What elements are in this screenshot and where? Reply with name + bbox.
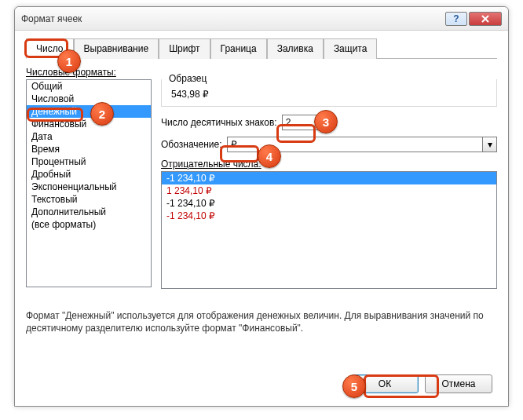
cancel-button[interactable]: Отмена [425, 374, 492, 393]
dialog-window: Формат ячеек ? ЧислоВыравниваниеШрифтГра… [14, 6, 509, 407]
format-item[interactable]: Время [27, 143, 151, 155]
negative-item[interactable]: 1 234,10 ₽ [162, 184, 496, 197]
tab-3[interactable]: Граница [210, 38, 267, 59]
callout-4: 4 [258, 144, 281, 168]
format-item[interactable]: Общий [27, 80, 151, 93]
client-area: ЧислоВыравниваниеШрифтГраницаЗаливкаЗащи… [15, 31, 508, 342]
format-list[interactable]: ОбщийЧисловойДенежныйФинансовыйДатаВремя… [26, 79, 152, 287]
sample-label: Образец [166, 73, 209, 84]
help-button[interactable]: ? [445, 12, 467, 26]
negative-item[interactable]: -1 234,10 ₽ [162, 210, 496, 222]
negatives-label: Отрицательные числа: [161, 159, 497, 170]
format-item[interactable]: Текстовый [27, 193, 151, 206]
callout-1: 1 [57, 49, 81, 73]
decimals-label: Число десятичных знаков: [161, 117, 277, 128]
callout-2: 2 [90, 102, 114, 126]
format-item[interactable]: Дата [27, 130, 151, 143]
symbol-label: Обозначение: [161, 139, 222, 150]
callout-5: 5 [342, 374, 366, 398]
format-item[interactable]: Процентный [27, 155, 151, 168]
dialog-footer: ОК Отмена [351, 374, 492, 393]
callout-3: 3 [314, 110, 338, 133]
tab-2[interactable]: Шрифт [159, 38, 210, 59]
tab-4[interactable]: Заливка [267, 38, 324, 59]
close-icon [481, 15, 489, 23]
negative-item[interactable]: -1 234,10 ₽ [162, 172, 496, 184]
tab-5[interactable]: Защита [324, 38, 378, 59]
negatives-list[interactable]: -1 234,10 ₽1 234,10 ₽-1 234,10 ₽-1 234,1… [161, 171, 497, 289]
sample-value: 543,98 ₽ [168, 87, 490, 101]
format-description: Формат "Денежный" используется для отобр… [26, 309, 497, 334]
format-item[interactable]: Дробный [27, 168, 151, 181]
format-item[interactable]: Числовой [27, 93, 151, 105]
close-button[interactable] [469, 12, 502, 26]
sample-group: Образец 543,98 ₽ [161, 79, 497, 107]
window-title: Формат ячеек [21, 13, 444, 24]
format-item[interactable]: Экспоненциальный [27, 181, 151, 193]
negative-item[interactable]: -1 234,10 ₽ [162, 197, 496, 210]
titlebar: Формат ячеек ? [15, 7, 508, 31]
format-item[interactable]: Денежный [27, 105, 151, 118]
symbol-dropdown-button[interactable]: ▾ [483, 137, 497, 152]
tab-1[interactable]: Выравнивание [74, 38, 159, 59]
formats-label: Числовые форматы: [26, 67, 497, 78]
tab-strip: ЧислоВыравниваниеШрифтГраницаЗаливкаЗащи… [26, 38, 497, 59]
format-item[interactable]: (все форматы) [27, 218, 151, 231]
format-item[interactable]: Дополнительный [27, 206, 151, 218]
format-item[interactable]: Финансовый [27, 118, 151, 130]
